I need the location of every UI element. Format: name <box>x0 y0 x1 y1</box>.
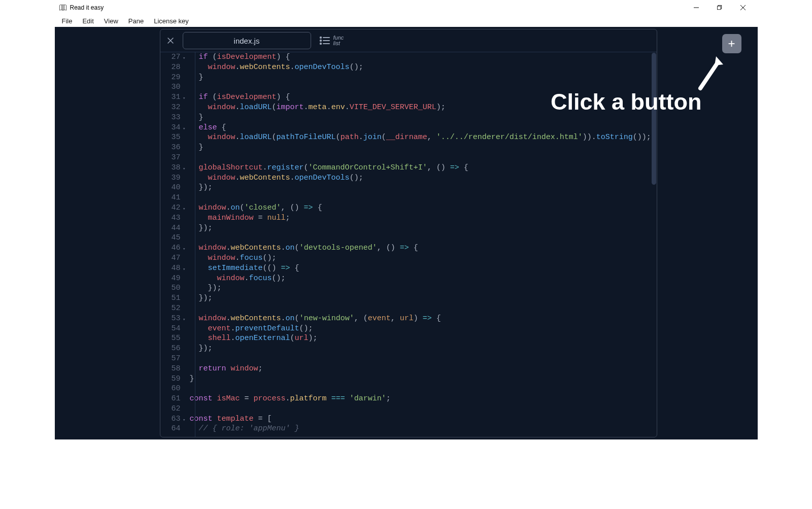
code-content[interactable]: event.preventDefault(); <box>185 324 657 334</box>
code-line: 38▾ globalShortcut.register('CommandOrCo… <box>160 163 657 173</box>
code-content[interactable]: }); <box>185 283 657 293</box>
line-number: 28 <box>160 62 185 73</box>
menu-edit[interactable]: Edit <box>77 16 98 26</box>
line-number: 34▾ <box>160 123 185 133</box>
line-number: 32 <box>160 103 185 113</box>
code-line: 53▾ window.webContents.on('new-window', … <box>160 314 657 324</box>
code-line: 35 window.loadURL(pathToFileURL(path.joi… <box>160 132 657 143</box>
code-content[interactable] <box>185 193 657 203</box>
line-number: 61 <box>160 394 185 404</box>
code-content[interactable]: }); <box>185 344 657 354</box>
code-content[interactable]: // { role: 'appMenu' } <box>185 424 657 434</box>
code-line: 58 return window; <box>160 364 657 374</box>
code-line: 27▾ if (isDevelopment) { <box>160 52 657 62</box>
window-minimize-button[interactable] <box>685 0 708 15</box>
line-number: 49 <box>160 274 185 284</box>
code-line: 48▾ setImmediate(() => { <box>160 263 657 274</box>
code-content[interactable]: window.webContents.openDevTools(); <box>185 62 657 73</box>
code-content[interactable] <box>185 153 657 163</box>
code-line: 50 }); <box>160 283 657 293</box>
code-content[interactable]: globalShortcut.register('CommandOrContro… <box>185 163 657 173</box>
function-list-button[interactable]: funclist <box>316 35 344 46</box>
window-title: Read it easy <box>70 4 104 11</box>
line-number: 44 <box>160 223 185 233</box>
code-content[interactable]: } <box>185 143 657 153</box>
code-content[interactable]: setImmediate(() => { <box>185 263 657 274</box>
code-line: 55 shell.openExternal(url); <box>160 333 657 344</box>
code-line: 61const isMac = process.platform === 'da… <box>160 394 657 404</box>
menu-pane[interactable]: Pane <box>123 16 149 26</box>
code-line: 63▾const template = [ <box>160 414 657 424</box>
code-content[interactable]: window.on('closed', () => { <box>185 203 657 213</box>
code-line: 49 window.focus(); <box>160 274 657 284</box>
code-content[interactable]: window.webContents.openDevTools(); <box>185 173 657 183</box>
code-content[interactable]: shell.openExternal(url); <box>185 333 657 344</box>
code-line: 40 }); <box>160 183 657 193</box>
line-number: 43 <box>160 213 185 223</box>
code-line: 43 mainWindow = null; <box>160 213 657 223</box>
svg-point-2 <box>320 37 321 38</box>
code-content[interactable]: } <box>185 73 657 83</box>
window-titlebar: Read it easy <box>55 0 758 15</box>
line-number: 56 <box>160 344 185 354</box>
code-content[interactable]: const template = [ <box>185 414 657 424</box>
code-content[interactable]: }); <box>185 223 657 233</box>
code-content[interactable]: else { <box>185 123 657 133</box>
code-content[interactable]: } <box>185 374 657 384</box>
code-line: 46▾ window.webContents.on('devtools-open… <box>160 243 657 253</box>
code-content[interactable] <box>185 233 657 243</box>
code-content[interactable] <box>185 354 657 364</box>
code-line: 62 <box>160 404 657 414</box>
line-number: 29 <box>160 73 185 83</box>
tab-close-button[interactable] <box>163 33 178 48</box>
code-content[interactable]: return window; <box>185 364 657 374</box>
code-line: 57 <box>160 354 657 364</box>
line-number: 31▾ <box>160 92 185 103</box>
code-content[interactable]: window.webContents.on('new-window', (eve… <box>185 314 657 324</box>
code-content[interactable]: window.webContents.on('devtools-opened',… <box>185 243 657 253</box>
svg-point-3 <box>320 40 321 41</box>
menu-view[interactable]: View <box>99 16 123 26</box>
line-number: 38▾ <box>160 163 185 173</box>
menu-file[interactable]: File <box>57 16 78 26</box>
code-content[interactable]: }); <box>185 293 657 303</box>
code-content[interactable] <box>185 404 657 414</box>
line-number: 42▾ <box>160 203 185 213</box>
code-content[interactable]: const isMac = process.platform === 'darw… <box>185 394 657 404</box>
code-content[interactable]: window.loadURL(pathToFileURL(path.join(_… <box>185 132 657 143</box>
code-content[interactable]: if (isDevelopment) { <box>185 52 657 62</box>
code-content[interactable]: }); <box>185 183 657 193</box>
code-line: 39 window.webContents.openDevTools(); <box>160 173 657 183</box>
line-number: 53▾ <box>160 314 185 324</box>
menu-license-key[interactable]: License key <box>149 16 194 26</box>
line-number: 45 <box>160 233 185 243</box>
window-maximize-button[interactable] <box>708 0 731 15</box>
code-line: 60 <box>160 384 657 394</box>
line-number: 60 <box>160 384 185 394</box>
code-line: 29 } <box>160 73 657 83</box>
line-number: 27▾ <box>160 52 185 62</box>
line-number: 63▾ <box>160 414 185 424</box>
tab-title[interactable]: index.js <box>183 32 311 49</box>
code-content[interactable] <box>185 303 657 314</box>
code-content[interactable]: mainWindow = null; <box>185 213 657 223</box>
line-number: 55 <box>160 333 185 344</box>
code-line: 52 <box>160 303 657 314</box>
line-number: 35 <box>160 132 185 143</box>
add-pane-button[interactable]: + <box>722 34 741 53</box>
line-number: 52 <box>160 303 185 314</box>
annotation-text: Click a button <box>551 89 702 115</box>
code-content[interactable]: window.focus(); <box>185 253 657 263</box>
window-close-button[interactable] <box>731 0 755 15</box>
line-number: 33 <box>160 113 185 123</box>
svg-line-9 <box>700 62 718 88</box>
line-number: 47 <box>160 253 185 263</box>
annotation-arrow-icon <box>698 56 723 94</box>
code-line: 56 }); <box>160 344 657 354</box>
scrollbar-thumb[interactable] <box>652 53 656 185</box>
code-content[interactable] <box>185 384 657 394</box>
list-icon <box>319 36 330 45</box>
code-line: 28 window.webContents.openDevTools(); <box>160 62 657 73</box>
line-number: 37 <box>160 153 185 163</box>
code-content[interactable]: window.focus(); <box>185 274 657 284</box>
